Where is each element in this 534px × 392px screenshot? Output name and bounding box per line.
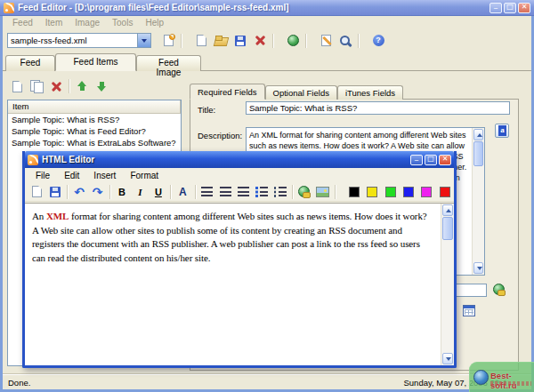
description-scrollbar[interactable]: [472, 128, 484, 275]
bold-button[interactable]: [113, 183, 131, 201]
dialog-titlebar[interactable]: HTML Editor: [25, 151, 454, 168]
fields-tabbar: Required Fields Optional Fields iTunes F…: [190, 84, 403, 100]
align-left-button[interactable]: [198, 183, 216, 201]
tab-required-fields[interactable]: Required Fields: [190, 84, 265, 100]
delete-item-button[interactable]: [46, 77, 66, 96]
underline-icon: [155, 187, 162, 197]
dialog-menu-format[interactable]: Format: [123, 171, 166, 180]
undo-button[interactable]: [70, 183, 88, 201]
dialog-menu-insert[interactable]: Insert: [86, 171, 123, 180]
menu-feed[interactable]: Feed: [6, 18, 39, 28]
dialog-menu-bar: File Edit Insert Format: [25, 168, 454, 182]
editor-scrollbar[interactable]: [441, 204, 454, 365]
numbered-list-button[interactable]: [253, 183, 271, 201]
main-tabbar: Feed Feed Items Feed Image: [5, 53, 201, 71]
delete-item-x-icon: [51, 81, 62, 92]
main-toolbar: sample-rss-feed.xml: [3, 28, 531, 52]
preview-button[interactable]: [336, 31, 355, 50]
list-item[interactable]: Sample Topic: What is ExtraLabs Software…: [8, 137, 181, 148]
maximize-button[interactable]: [504, 3, 516, 13]
font-icon: [179, 186, 187, 198]
scrollbar-thumb[interactable]: [473, 141, 483, 166]
scroll-down-icon[interactable]: [473, 262, 483, 274]
new-item-button[interactable]: [7, 77, 27, 96]
insert-image-button[interactable]: [313, 183, 331, 201]
color-magenta-button[interactable]: [417, 183, 435, 201]
items-column-header[interactable]: Item: [8, 100, 181, 114]
menu-image[interactable]: Image: [69, 18, 106, 28]
dialog-menu-file[interactable]: File: [28, 171, 57, 180]
list-item[interactable]: Sample Topic: What is Feed Editor?: [8, 125, 181, 137]
dialog-minimize-button[interactable]: [410, 155, 423, 165]
color-green-button[interactable]: [381, 183, 399, 201]
save-feed-button[interactable]: [231, 31, 250, 50]
italic-button[interactable]: [131, 183, 149, 201]
menu-help[interactable]: Help: [139, 18, 170, 28]
scroll-up-icon[interactable]: [473, 129, 483, 140]
highlighted-xml-text: XML: [46, 211, 69, 221]
dialog-menu-edit[interactable]: Edit: [57, 171, 86, 180]
feed-file-combobox[interactable]: sample-rss-feed.xml: [7, 33, 151, 48]
html-editor-dialog: HTML Editor File Edit Insert Format: [22, 151, 457, 368]
copy-item-button[interactable]: [27, 77, 46, 96]
image-icon: [316, 187, 329, 197]
tab-feed[interactable]: Feed: [5, 55, 55, 71]
move-item-down-button[interactable]: [92, 77, 111, 96]
dialog-rss-icon: [28, 155, 38, 165]
dialog-save-button[interactable]: [45, 183, 63, 201]
color-black-button[interactable]: [344, 183, 362, 201]
title-input[interactable]: [246, 101, 510, 115]
calendar-icon[interactable]: [463, 305, 475, 316]
font-button[interactable]: [174, 183, 191, 201]
menu-tools[interactable]: Tools: [106, 18, 139, 28]
delete-button[interactable]: [250, 31, 270, 50]
open-feed-button[interactable]: [211, 31, 231, 50]
color-blue-button[interactable]: [400, 183, 417, 201]
tab-feed-items[interactable]: Feed Items: [55, 53, 136, 71]
new-feed-wizard-button[interactable]: [158, 31, 178, 50]
hyperlink-globe-icon: [298, 186, 310, 197]
move-item-up-button[interactable]: [72, 77, 92, 96]
tab-itunes-fields[interactable]: iTunes Fields: [337, 85, 403, 100]
watermark-label: Best-soft.ru: [490, 371, 534, 390]
dialog-toolbar: [25, 182, 454, 202]
bullet-list-icon: [274, 187, 287, 196]
insert-hyperlink-button[interactable]: [295, 183, 313, 201]
redo-button[interactable]: [88, 183, 106, 201]
arrow-down-icon: [97, 81, 107, 92]
edit-source-button[interactable]: [316, 31, 336, 50]
color-swatch: [349, 187, 360, 197]
dialog-maximize-button[interactable]: [425, 155, 437, 165]
html-editor-button[interactable]: [495, 124, 509, 138]
color-swatch: [421, 187, 432, 197]
color-red-button[interactable]: [436, 183, 454, 201]
scroll-up-icon[interactable]: [442, 204, 453, 216]
dialog-close-button[interactable]: [439, 155, 451, 165]
window-title: Feed Editor - [D:\program files\Feed Edi…: [18, 3, 486, 12]
hyperlink-globe-icon[interactable]: [493, 284, 505, 295]
editor-content-area[interactable]: An XML format for sharing content among …: [25, 203, 454, 365]
align-center-button[interactable]: [216, 183, 234, 201]
color-swatch: [403, 187, 414, 197]
window-titlebar[interactable]: Feed Editor - [D:\program files\Feed Edi…: [0, 0, 534, 16]
scroll-down-icon[interactable]: [442, 353, 453, 364]
bullet-list-button[interactable]: [271, 183, 288, 201]
align-right-button[interactable]: [234, 183, 252, 201]
combobox-dropdown-icon[interactable]: [137, 34, 150, 47]
minimize-button[interactable]: [490, 3, 502, 13]
publish-button[interactable]: [283, 31, 303, 50]
menu-item[interactable]: Item: [39, 18, 69, 28]
dialog-new-button[interactable]: [28, 183, 45, 201]
color-yellow-button[interactable]: [363, 183, 381, 201]
dialog-title: HTML Editor: [42, 155, 407, 164]
help-button[interactable]: [368, 31, 388, 50]
close-button[interactable]: [518, 3, 530, 13]
tab-feed-image[interactable]: Feed Image: [136, 55, 201, 71]
scrollbar-thumb[interactable]: [442, 217, 453, 240]
numbered-list-icon: [255, 187, 268, 196]
new-feed-button[interactable]: [191, 31, 211, 50]
underline-button[interactable]: [150, 183, 167, 201]
redo-icon: [93, 186, 103, 198]
list-item[interactable]: Sample Topic: What is RSS?: [8, 114, 181, 125]
tab-optional-fields[interactable]: Optional Fields: [265, 85, 337, 100]
